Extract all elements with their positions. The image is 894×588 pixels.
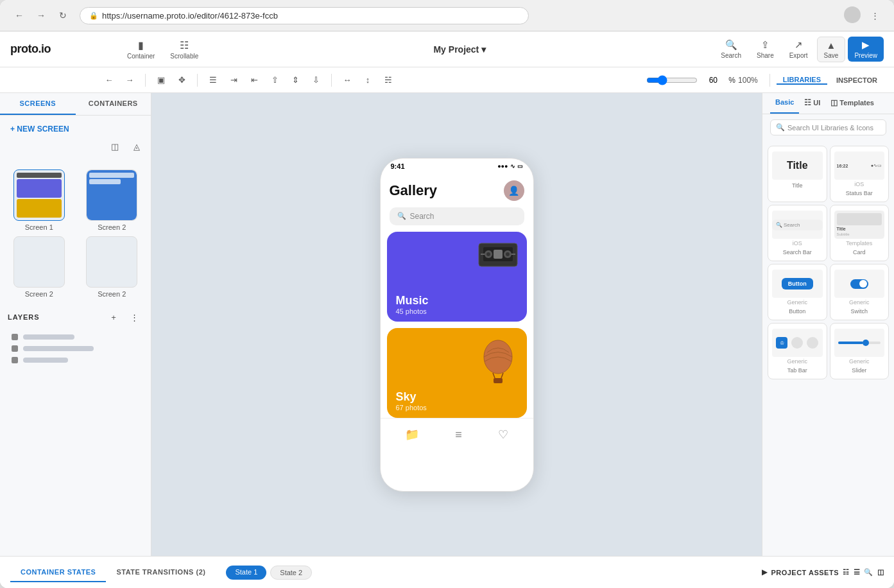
inspector-tab[interactable]: INSPECTOR [830, 76, 884, 84]
music-card[interactable]: Music 45 photos [387, 232, 527, 322]
address-bar[interactable]: 🔒 https://username.proto.io/editor/4612-… [80, 7, 529, 24]
save-action[interactable]: ▲ Save [817, 37, 846, 62]
assets-menu-icon[interactable]: ◫ [877, 568, 884, 576]
screen-thumb-img-2 [86, 169, 137, 221]
align-right-button[interactable]: ⇤ [245, 71, 263, 89]
library-search[interactable]: 🔍 Search UI Libraries & Icons [770, 119, 886, 135]
fit-button[interactable]: ▣ [152, 71, 170, 89]
layer-item-2[interactable] [8, 343, 143, 354]
export-action[interactable]: ↗ Export [783, 37, 814, 62]
search-action[interactable]: 🔍 Search [714, 37, 748, 62]
refresh-button[interactable]: ↻ [54, 6, 72, 24]
extra-button[interactable]: ☵ [379, 71, 397, 89]
share-action[interactable]: ⇪ Share [750, 37, 780, 62]
lib-preview-search-bar: 🔍 Search [772, 211, 823, 239]
music-card-content: Music 45 photos [387, 288, 438, 322]
scrollable-tool[interactable]: ☷ Scrollable [164, 35, 205, 64]
state-1-pill[interactable]: State 1 [226, 566, 266, 580]
lib-label-switch: Switch [850, 308, 868, 315]
screen-thumb-3[interactable]: Screen 2 [5, 236, 73, 298]
lib-tab-ui[interactable]: ☷ UI [799, 93, 825, 114]
align-middle-button[interactable]: ⇕ [286, 71, 304, 89]
tab-containers[interactable]: CONTAINERS [76, 93, 151, 115]
screen-thumb-1[interactable]: Screen 1 [5, 169, 73, 231]
align-center-button[interactable]: ⇥ [225, 71, 243, 89]
new-screen-button[interactable]: + NEW SCREEN [5, 121, 146, 137]
lib-tab-basic[interactable]: Basic [770, 93, 799, 114]
bottom-panel: CONTAINER STATES STATE TRANSITIONS (2) S… [0, 556, 894, 588]
align-bottom-button[interactable]: ⇩ [307, 71, 325, 89]
distribute-h-button[interactable]: ↔ [338, 71, 356, 89]
lib-preview-slider [834, 329, 885, 357]
lib-item-card[interactable]: Title Subtitle Templates Card [830, 205, 890, 261]
layer-item-1[interactable] [8, 331, 143, 343]
lib-item-title[interactable]: Title Title [768, 146, 827, 202]
screen-thumb-img-4 [86, 236, 137, 288]
gallery-header: Gallery 👤 [381, 174, 533, 205]
project-title[interactable]: My Project ▾ [433, 44, 486, 55]
lib-preview-tab-bar: ♔ [772, 329, 823, 357]
layers-controls: + ⋮ [105, 308, 143, 326]
lib-item-tab-bar[interactable]: ♔ Generic Tab Bar [768, 323, 827, 379]
zoom-value-input[interactable] [700, 76, 726, 85]
screens-grid-view[interactable]: ◫ [106, 137, 124, 155]
library-grid: Title Title 16:22 ●∿▭ iOS Stat [762, 141, 894, 385]
zoom-control: % 100% [646, 75, 757, 85]
state-2-pill[interactable]: State 2 [270, 566, 312, 580]
save-label: Save [824, 52, 839, 59]
screen-thumb-4[interactable]: Screen 2 [78, 236, 146, 298]
layer-item-3[interactable] [8, 354, 143, 366]
lib-tab-templates[interactable]: ◫ Templates [825, 93, 879, 114]
redo-button[interactable]: → [121, 71, 139, 89]
lib-item-switch[interactable]: Generic Switch [830, 264, 890, 320]
libraries-tab[interactable]: LIBRARIES [777, 76, 827, 85]
browser-window: ← → ↻ 🔒 https://username.proto.io/editor… [0, 0, 894, 588]
distribute-v-button[interactable]: ↕ [359, 71, 377, 89]
svg-line-11 [493, 373, 495, 378]
new-screen-section: + NEW SCREEN ◫ ◬ [0, 116, 151, 164]
back-button[interactable]: ← [10, 6, 28, 24]
sky-card-subtitle: 67 photos [396, 404, 427, 411]
tab-container-states[interactable]: CONTAINER STATES [10, 563, 106, 582]
lib-item-button[interactable]: Button Generic Button [768, 264, 827, 320]
lib-label-slider: Slider [852, 367, 866, 374]
layers-more-button[interactable]: ⋮ [125, 308, 143, 326]
lib-item-status-bar[interactable]: 16:22 ●∿▭ iOS Status Bar [830, 146, 890, 202]
container-tool[interactable]: ▮ Container [121, 35, 161, 64]
zoom-slider[interactable] [646, 75, 698, 85]
screen-label-3: Screen 2 [25, 290, 53, 298]
tab-folder-icon[interactable]: 📁 [405, 428, 419, 442]
music-illustration [476, 238, 520, 277]
project-assets-label: PROJECT ASSETS [771, 569, 839, 576]
undo-button[interactable]: ← [100, 71, 118, 89]
tab-active-icon: ♔ [776, 337, 787, 349]
preview-action[interactable]: ▶ Preview [848, 37, 884, 62]
layers-section: LAYERS + ⋮ [0, 303, 151, 371]
lib-item-slider[interactable]: Generic Slider [830, 323, 890, 379]
tab-settings-icon[interactable]: ≡ [455, 428, 462, 442]
align-top-button[interactable]: ⇧ [266, 71, 284, 89]
search-bar-preview-inner: 🔍 Search [772, 220, 823, 230]
mobile-search-bar[interactable]: 🔍 Search [390, 207, 524, 225]
crop-button[interactable]: ✥ [173, 71, 191, 89]
wifi-icon: ∿ [510, 163, 515, 169]
sky-card-content: Sky 67 photos [387, 384, 436, 418]
screens-list-view[interactable]: ◬ [128, 137, 146, 155]
forward-button[interactable]: → [32, 6, 50, 24]
project-assets[interactable]: ▶ PROJECT ASSETS ☷ ☰ 🔍 ◫ [762, 568, 884, 576]
align-left-button[interactable]: ☰ [204, 71, 222, 89]
screen-thumb-2[interactable]: Screen 2 [78, 169, 146, 231]
search-lib-icon: 🔍 [776, 123, 785, 132]
tab-screens[interactable]: SCREENS [0, 93, 76, 115]
tab-heart-icon[interactable]: ♡ [498, 428, 508, 442]
browser-menu-button[interactable]: ⋮ [866, 6, 884, 24]
sky-card[interactable]: Sky 67 photos [387, 328, 527, 418]
search-assets-icon[interactable]: 🔍 [864, 568, 873, 576]
card-preview-top [837, 213, 882, 225]
layers-add-button[interactable]: + [105, 308, 123, 326]
tab-state-transitions[interactable]: STATE TRANSITIONS (2) [106, 563, 216, 582]
scrollable-icon: ☷ [180, 39, 189, 51]
canvas[interactable]: 9:41 ●●● ∿ ▭ Gallery 👤 🔍 [151, 93, 762, 556]
lib-item-search-bar[interactable]: 🔍 Search iOS Search Bar [768, 205, 827, 261]
lib-cat-tab-bar: Generic [787, 358, 807, 365]
